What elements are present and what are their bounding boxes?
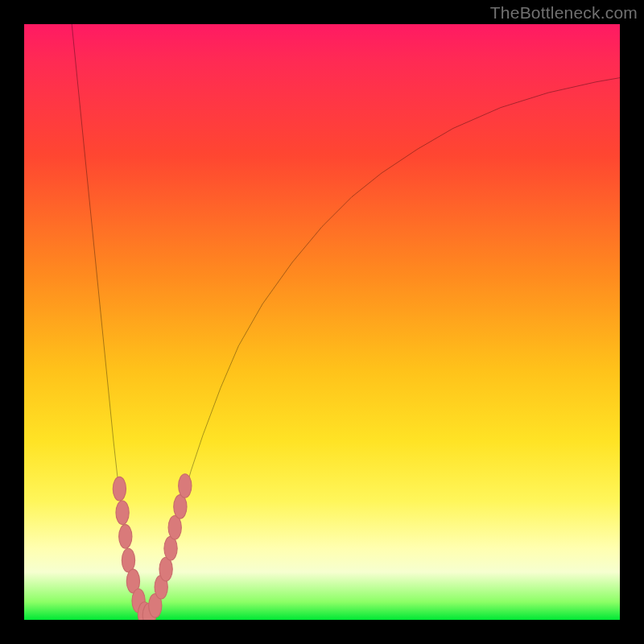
chart-svg xyxy=(24,24,620,620)
marker-dot xyxy=(159,557,172,581)
outer-frame: TheBottleneck.com xyxy=(0,0,644,644)
marker-dot xyxy=(113,477,126,501)
marker-dot xyxy=(168,516,181,540)
marker-dot xyxy=(179,474,192,498)
marker-dot xyxy=(174,495,187,519)
sample-markers xyxy=(113,474,192,620)
marker-dot xyxy=(122,548,134,572)
marker-dot xyxy=(116,501,129,525)
watermark-text: TheBottleneck.com xyxy=(490,3,638,23)
marker-dot xyxy=(119,525,132,549)
plot-area xyxy=(24,24,620,620)
bottleneck-curve xyxy=(72,24,620,616)
marker-dot xyxy=(164,536,177,560)
